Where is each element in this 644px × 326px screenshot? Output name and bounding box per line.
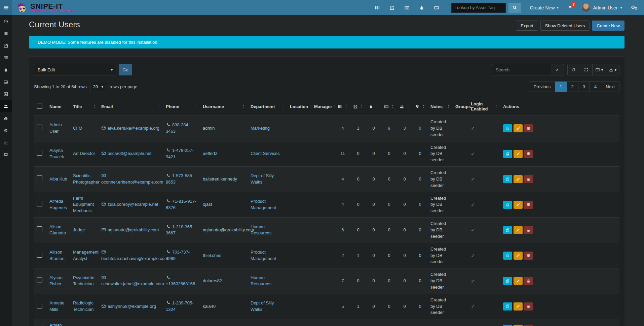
delete-user-button[interactable] (524, 302, 533, 311)
user-title-link[interactable]: Radiologic Technician (73, 300, 93, 312)
topbar-save-link[interactable] (389, 5, 395, 10)
count-link[interactable]: 5 (341, 303, 344, 310)
row-checkbox[interactable] (37, 226, 42, 232)
sort-icon[interactable] (242, 104, 245, 109)
sort-icon[interactable] (333, 104, 336, 109)
clone-user-button[interactable] (503, 201, 512, 209)
sidebar-item-kits[interactable] (0, 88, 12, 100)
user-phone-link[interactable]: +13602568166 (166, 275, 195, 287)
delete-user-button[interactable] (524, 201, 533, 209)
refresh-button[interactable] (567, 64, 580, 75)
asset-tag-lookup-input[interactable] (451, 3, 506, 13)
sidebar-item-settings[interactable]: ⚙ (0, 124, 12, 136)
row-checkbox[interactable] (37, 252, 42, 258)
user-title-link[interactable]: Management Analyst (73, 250, 99, 261)
delete-user-button[interactable] (524, 252, 533, 260)
sort-icon[interactable] (360, 104, 363, 109)
count-link[interactable]: 11 (340, 151, 345, 157)
topbar-barcode-link[interactable] (375, 5, 380, 10)
user-phone-link[interactable]: 838-284-3463 (166, 122, 190, 134)
user-title-link[interactable]: Art Director (73, 151, 95, 156)
sort-icon[interactable] (422, 104, 425, 109)
department-link[interactable]: Human Resources (251, 275, 271, 287)
user-menu[interactable]: Admin User ▾ (581, 3, 622, 12)
show-deleted-users-button[interactable]: Show Deleted Users (540, 21, 590, 31)
sort-icon[interactable] (495, 104, 498, 109)
sidebar-item-requestable[interactable] (0, 149, 12, 161)
user-name-link[interactable]: Alison Gianotto (49, 224, 66, 236)
user-title-link[interactable]: Psychiatric Technician (73, 275, 94, 287)
sidebar-item-accessories[interactable] (0, 52, 12, 64)
department-link[interactable]: Human Resources (251, 224, 271, 236)
topbar-create-new-menu[interactable]: Create New ▾ (530, 5, 559, 10)
edit-user-button[interactable] (514, 175, 523, 183)
bulk-edit-select[interactable]: Bulk Edit ▾ (34, 64, 116, 75)
export-button[interactable]: Export (516, 21, 538, 31)
edit-user-button[interactable] (514, 150, 523, 158)
sidebar-item-consumables[interactable] (0, 64, 12, 76)
sidebar-toggle-button[interactable] (0, 0, 12, 15)
row-checkbox[interactable] (37, 201, 42, 206)
edit-user-button[interactable] (514, 277, 523, 285)
sidebar-item-people[interactable] (0, 100, 12, 112)
edit-user-button[interactable] (514, 325, 523, 326)
topbar-keyboard-link[interactable] (404, 5, 410, 10)
sidebar-item-assets[interactable] (0, 27, 12, 39)
delete-user-button[interactable] (524, 325, 533, 326)
department-link[interactable]: Marketing (251, 126, 270, 131)
sidebar-item-licenses[interactable] (0, 39, 12, 52)
sort-icon[interactable] (345, 104, 348, 109)
sort-icon[interactable] (309, 104, 312, 109)
user-email-link[interactable]: ashlynn58@example.org (101, 304, 156, 309)
department-link[interactable]: Dept of Silly Walks (251, 173, 274, 185)
user-email-link[interactable]: zula.conroy@example.net (101, 202, 158, 207)
pagination-page-3[interactable]: 3 (578, 82, 590, 92)
count-link[interactable]: 3 (403, 125, 406, 132)
asset-tag-search-button[interactable] (508, 3, 521, 13)
department-link[interactable]: Dept of Silly Walks (251, 300, 274, 312)
user-title-link[interactable]: Farm Equipment Mechanic (73, 196, 94, 214)
clone-user-button[interactable] (503, 302, 512, 311)
clone-user-button[interactable] (503, 124, 512, 132)
user-email-link[interactable]: schowalter.jamel@example.com (101, 275, 164, 287)
delete-user-button[interactable] (524, 150, 533, 158)
user-name-link[interactable]: Alba Kub (49, 176, 67, 182)
pagination-previous[interactable]: Previous (529, 82, 556, 92)
pagination-next[interactable]: Next (601, 82, 619, 92)
delete-user-button[interactable] (524, 124, 533, 132)
pagination-page-2[interactable]: 2 (567, 82, 578, 92)
sidebar-item-reports[interactable] (0, 136, 12, 149)
delete-user-button[interactable] (524, 175, 533, 183)
count-link[interactable]: 1 (357, 125, 359, 132)
select-all-checkbox[interactable] (37, 103, 42, 109)
department-link[interactable]: Client Services (251, 151, 280, 156)
department-link[interactable]: Product Management (251, 250, 276, 261)
app-logo[interactable]: SNIPE-IT OPEN SOURCE ASSET MANAGEMENT (12, 0, 100, 15)
user-phone-link[interactable]: 1-479-257-9421 (166, 148, 194, 159)
clone-user-button[interactable] (503, 175, 512, 183)
fullscreen-button[interactable] (580, 64, 593, 75)
columns-button[interactable]: ▾ (592, 64, 606, 75)
user-title-link[interactable]: Judge (73, 227, 85, 232)
delete-user-button[interactable] (524, 277, 533, 285)
user-name-link[interactable]: Annette Mills (49, 300, 65, 312)
user-phone-link[interactable]: +1-815-917-6376 (166, 199, 196, 210)
user-email-link[interactable]: bechtelar.dashawn@example.com (101, 250, 168, 261)
sort-icon[interactable] (391, 104, 394, 109)
clone-user-button[interactable] (503, 252, 512, 260)
edit-user-button[interactable] (514, 226, 523, 234)
row-checkbox[interactable] (37, 150, 42, 156)
clone-user-button[interactable] (503, 325, 512, 326)
sort-icon[interactable] (447, 104, 450, 109)
user-name-link[interactable]: Admin User (49, 122, 62, 134)
sort-icon[interactable] (157, 104, 160, 109)
sort-icon[interactable] (407, 104, 410, 109)
count-link[interactable]: 1 (357, 253, 359, 259)
delete-user-button[interactable] (524, 226, 533, 234)
count-link[interactable]: 4 (341, 201, 344, 208)
create-new-button[interactable]: Create New (592, 21, 624, 31)
sort-icon[interactable] (93, 104, 96, 109)
user-phone-link[interactable]: 1-573-585-8653 (166, 173, 194, 185)
user-phone-link[interactable]: 1-218-365-3667 (166, 224, 194, 236)
admin-settings-button[interactable]: ⚙⚙ (631, 4, 637, 11)
